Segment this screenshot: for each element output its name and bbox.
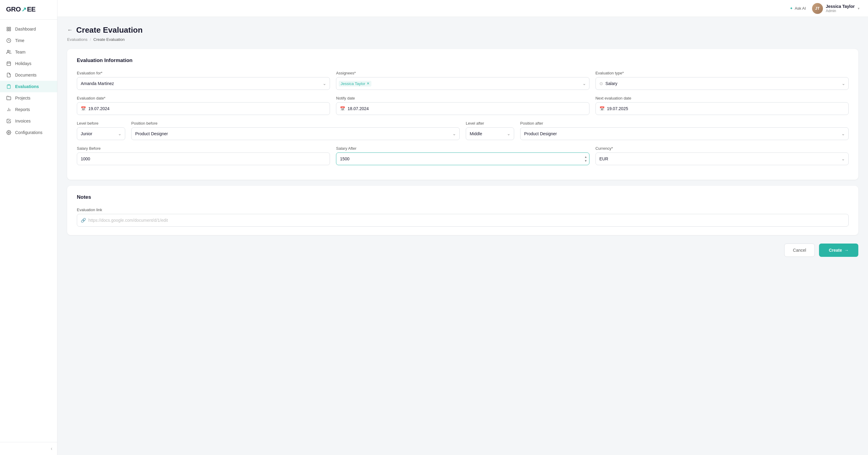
assignees-group: Assignees* Jessica Taylor ✕ ⌄ — [336, 71, 589, 90]
settings-icon — [6, 130, 11, 135]
notify-date-group: Notify date 📅 18.07.2024 — [336, 96, 589, 115]
sidebar-item-label: Dashboard — [15, 27, 36, 31]
svg-rect-1 — [9, 27, 10, 29]
ai-sparkle-icon: ✦ — [790, 6, 793, 10]
evaluation-for-select[interactable]: Amanda Martinez — [77, 77, 330, 90]
file-icon — [6, 72, 11, 78]
sidebar-collapse: ‹ — [0, 442, 57, 455]
sidebar-item-documents[interactable]: Documents — [0, 69, 57, 81]
assignees-label: Assignees* — [336, 71, 589, 75]
position-before-select[interactable]: Product Designer Developer Manager — [131, 127, 460, 140]
level-after-wrapper: Junior Middle Senior — [466, 127, 514, 140]
level-after-select[interactable]: Junior Middle Senior — [466, 127, 514, 140]
breadcrumb-current: Create Evaluation — [93, 37, 125, 42]
evaluation-date-value: 19.07.2024 — [88, 106, 110, 111]
sidebar-nav: Dashboard Time Team Holidays — [0, 20, 57, 442]
breadcrumb: Evaluations / Create Evaluation — [67, 37, 858, 42]
position-before-wrapper: Product Designer Developer Manager — [131, 127, 460, 140]
calendar-next-icon: 📅 — [599, 106, 604, 111]
position-after-wrapper: Product Designer Developer Manager — [520, 127, 849, 140]
sidebar-item-label: Projects — [15, 96, 31, 100]
notify-date-value: 18.07.2024 — [347, 106, 369, 111]
main-content: ← Create Evaluation Evaluations / Create… — [58, 17, 868, 455]
salary-before-input[interactable] — [77, 152, 330, 165]
sidebar-item-dashboard[interactable]: Dashboard — [0, 23, 57, 35]
stepper-up-button[interactable]: ▲ — [583, 155, 588, 159]
cancel-button[interactable]: Cancel — [784, 244, 815, 257]
user-details: Jessica Taylor Admin — [826, 4, 855, 13]
sidebar-item-reports[interactable]: Reports — [0, 104, 57, 115]
sidebar-item-label: Invoices — [15, 119, 31, 123]
svg-rect-10 — [8, 84, 9, 85]
evaluation-type-group: Evaluation type* ⊙ Salary ⌄ — [595, 71, 849, 90]
evaluation-date-label: Evaluation date* — [77, 96, 330, 100]
stepper-down-button[interactable]: ▼ — [583, 159, 588, 163]
evaluation-date-field[interactable]: 📅 19.07.2024 — [77, 102, 330, 115]
position-before-label: Position before — [131, 121, 460, 126]
evaluation-for-select-wrapper: Amanda Martinez — [77, 77, 330, 90]
avatar: JT — [812, 3, 823, 14]
page-header: ← Create Evaluation — [67, 25, 858, 35]
sidebar-item-team[interactable]: Team — [0, 46, 57, 58]
next-eval-date-label: Next evaluation date — [595, 96, 849, 100]
notify-date-field[interactable]: 📅 18.07.2024 — [336, 102, 589, 115]
sidebar-item-label: Configurations — [15, 130, 42, 135]
sidebar-item-time[interactable]: Time — [0, 35, 57, 46]
svg-rect-2 — [7, 29, 8, 31]
form-row-4: Salary Before Salary After ▲ ▼ — [77, 146, 849, 165]
collapse-button[interactable]: ‹ — [51, 446, 52, 451]
salary-before-group: Salary Before — [77, 146, 330, 165]
position-after-select[interactable]: Product Designer Developer Manager — [520, 127, 849, 140]
breadcrumb-separator: / — [90, 37, 91, 42]
next-eval-date-group: Next evaluation date 📅 19.07.2025 — [595, 96, 849, 115]
svg-rect-0 — [7, 27, 8, 29]
sidebar-item-evaluations[interactable]: Evaluations — [0, 81, 57, 92]
users-icon — [6, 49, 11, 55]
create-button[interactable]: Create → — [819, 244, 858, 257]
evaluation-for-group: Evaluation for* Amanda Martinez — [77, 71, 330, 90]
form-row-2: Evaluation date* 📅 19.07.2024 Notify dat… — [77, 96, 849, 115]
form-row-3: Level before Junior Middle Senior Positi… — [77, 121, 849, 140]
salary-after-label: Salary After — [336, 146, 589, 151]
sidebar-item-projects[interactable]: Projects — [0, 92, 57, 104]
logo: GRO ↗ EE — [0, 0, 57, 20]
calendar-notify-icon: 📅 — [340, 106, 345, 111]
sidebar-item-holidays[interactable]: Holidays — [0, 58, 57, 69]
evaluation-link-field[interactable]: 🔗 https://docs.google.com/document/d/1/e… — [77, 214, 849, 226]
user-role: Admin — [826, 9, 855, 13]
remove-assignee-button[interactable]: ✕ — [367, 81, 370, 86]
level-after-group: Level after Junior Middle Senior — [466, 121, 514, 140]
assignee-tag: Jessica Taylor ✕ — [339, 81, 371, 87]
salary-after-group: Salary After ▲ ▼ — [336, 146, 589, 165]
next-eval-date-field[interactable]: 📅 19.07.2025 — [595, 102, 849, 115]
clipboard-icon — [6, 84, 11, 89]
svg-point-14 — [8, 132, 9, 133]
ask-ai-button[interactable]: ✦ Ask AI — [790, 6, 806, 10]
assignees-field[interactable]: Jessica Taylor ✕ ⌄ — [336, 77, 589, 90]
evaluation-for-label: Evaluation for* — [77, 71, 330, 75]
sidebar-item-label: Evaluations — [15, 84, 39, 89]
currency-select[interactable]: EUR USD GBP — [595, 152, 849, 165]
user-profile[interactable]: JT Jessica Taylor Admin ▾ — [812, 3, 860, 14]
level-after-label: Level after — [466, 121, 514, 126]
page-title: Create Evaluation — [76, 25, 143, 35]
grid-icon — [6, 26, 11, 32]
sidebar-item-label: Team — [15, 50, 25, 55]
back-button[interactable]: ← — [67, 27, 72, 33]
form-row-1: Evaluation for* Amanda Martinez Assignee… — [77, 71, 849, 90]
calendar-icon — [6, 61, 11, 66]
salary-after-input[interactable] — [336, 152, 589, 165]
footer-actions: Cancel Create → — [67, 241, 858, 262]
sidebar-item-invoices[interactable]: Invoices — [0, 115, 57, 127]
sidebar-item-label: Documents — [15, 72, 37, 78]
level-before-select[interactable]: Junior Middle Senior — [77, 127, 125, 140]
user-name: Jessica Taylor — [826, 4, 855, 9]
app-header: ✦ Ask AI JT Jessica Taylor Admin ▾ — [58, 0, 868, 17]
currency-label: Currency* — [595, 146, 849, 151]
evaluation-type-label: Evaluation type* — [595, 71, 849, 75]
logo-arrow-icon: ↗ — [22, 6, 27, 13]
sidebar-item-configurations[interactable]: Configurations — [0, 127, 57, 138]
evaluation-type-field[interactable]: ⊙ Salary ⌄ — [595, 77, 849, 90]
breadcrumb-evaluations[interactable]: Evaluations — [67, 37, 87, 42]
clock-icon — [6, 38, 11, 43]
